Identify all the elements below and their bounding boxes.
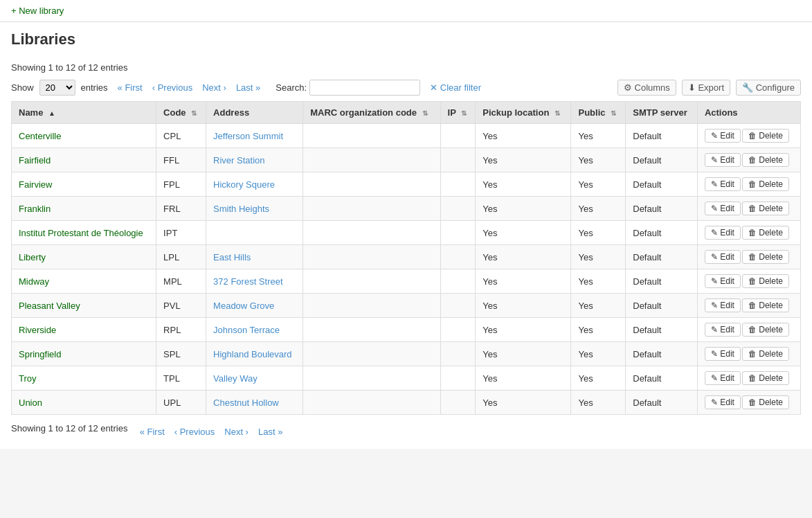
delete-button[interactable]: 🗑 Delete — [742, 226, 789, 240]
library-address-link[interactable]: Johnson Terrace — [213, 325, 280, 335]
col-public[interactable]: Public ⇅ — [571, 102, 626, 124]
library-address-link[interactable]: Smith Heights — [213, 204, 269, 214]
library-pickup: Yes — [476, 294, 571, 318]
library-code: CPL — [156, 124, 206, 148]
last-page-btn-bottom[interactable]: Last » — [254, 425, 287, 438]
delete-button[interactable]: 🗑 Delete — [742, 371, 789, 385]
col-pickup[interactable]: Pickup location ⇅ — [476, 102, 571, 124]
table-row: Pleasant ValleyPVLMeadow GroveYesYesDefa… — [12, 294, 801, 318]
library-code: LPL — [156, 245, 206, 269]
edit-button[interactable]: ✎ Edit — [705, 323, 741, 337]
edit-button[interactable]: ✎ Edit — [705, 250, 741, 264]
delete-button[interactable]: 🗑 Delete — [742, 177, 789, 191]
delete-button[interactable]: 🗑 Delete — [742, 323, 789, 337]
library-name-link[interactable]: Union — [19, 398, 42, 408]
delete-button[interactable]: 🗑 Delete — [742, 395, 789, 409]
library-name-link[interactable]: Institut Protestant de Théologie — [19, 228, 143, 238]
new-library-link[interactable]: + New library — [11, 6, 64, 16]
col-name[interactable]: Name ▲ — [12, 102, 156, 124]
col-smtp[interactable]: SMTP server — [626, 102, 698, 124]
library-smtp: Default — [626, 197, 698, 221]
first-page-btn-top[interactable]: « First — [114, 81, 147, 94]
clear-filter-btn[interactable]: ✕ Clear filter — [426, 81, 485, 94]
library-public: Yes — [571, 221, 626, 245]
library-ip — [440, 342, 476, 366]
library-code: IPT — [156, 221, 206, 245]
library-address-link[interactable]: East Hills — [213, 252, 251, 262]
configure-btn[interactable]: 🔧 Configure — [736, 80, 801, 96]
library-address-link[interactable]: Hickory Squere — [213, 179, 275, 190]
col-address[interactable]: Address — [206, 102, 303, 124]
edit-button[interactable]: ✎ Edit — [705, 298, 741, 312]
library-name-link[interactable]: Troy — [19, 373, 37, 384]
library-address-link[interactable]: Valley Way — [213, 373, 258, 384]
delete-button[interactable]: 🗑 Delete — [742, 274, 789, 288]
col-code[interactable]: Code ⇅ — [156, 102, 206, 124]
library-address-link[interactable]: Jefferson Summit — [213, 131, 283, 141]
library-name-link[interactable]: Franklin — [19, 204, 51, 214]
library-pickup: Yes — [476, 366, 571, 391]
library-name-link[interactable]: Fairfield — [19, 155, 51, 166]
library-code: SPL — [156, 342, 206, 366]
library-code: TPL — [156, 366, 206, 391]
next-page-btn-top[interactable]: Next › — [198, 81, 231, 94]
library-marc — [303, 318, 440, 342]
delete-button[interactable]: 🗑 Delete — [742, 250, 789, 264]
edit-button[interactable]: ✎ Edit — [705, 177, 741, 191]
top-bar: + New library — [0, 0, 812, 22]
edit-button[interactable]: ✎ Edit — [705, 395, 741, 409]
library-name-link[interactable]: Fairview — [19, 179, 52, 190]
previous-page-btn-bottom[interactable]: ‹ Previous — [170, 425, 219, 438]
library-ip — [440, 245, 476, 269]
library-name-link[interactable]: Springfield — [19, 349, 61, 359]
delete-button[interactable]: 🗑 Delete — [742, 298, 789, 312]
library-marc — [303, 366, 440, 391]
edit-button[interactable]: ✎ Edit — [705, 226, 741, 240]
library-name-link[interactable]: Midway — [19, 276, 49, 287]
library-address-link[interactable]: River Station — [213, 155, 264, 166]
library-name-link[interactable]: Riverside — [19, 325, 56, 335]
next-page-btn-bottom[interactable]: Next › — [220, 425, 253, 438]
library-address-link[interactable]: Highland Boulevard — [213, 349, 291, 359]
edit-button[interactable]: ✎ Edit — [705, 371, 741, 385]
edit-button[interactable]: ✎ Edit — [705, 274, 741, 288]
last-page-btn-top[interactable]: Last » — [232, 81, 264, 94]
library-address-link[interactable]: Chestnut Hollow — [213, 398, 279, 408]
export-btn[interactable]: ⬇ Export — [682, 80, 730, 96]
library-actions: ✎ Edit🗑 Delete — [697, 342, 800, 366]
search-input[interactable] — [309, 80, 420, 96]
library-pickup: Yes — [476, 221, 571, 245]
library-public: Yes — [571, 245, 626, 269]
library-smtp: Default — [626, 221, 698, 245]
library-smtp: Default — [626, 245, 698, 269]
library-actions: ✎ Edit🗑 Delete — [697, 124, 800, 148]
edit-button[interactable]: ✎ Edit — [705, 153, 741, 167]
delete-button[interactable]: 🗑 Delete — [742, 129, 789, 143]
library-marc — [303, 221, 440, 245]
first-page-btn-bottom[interactable]: « First — [136, 425, 169, 438]
delete-button[interactable]: 🗑 Delete — [742, 202, 789, 215]
libraries-table: Name ▲ Code ⇅ Address MARC organization … — [11, 101, 801, 415]
show-label: Show — [11, 82, 34, 93]
col-actions: Actions — [697, 102, 800, 124]
delete-button[interactable]: 🗑 Delete — [742, 153, 789, 167]
col-marc[interactable]: MARC organization code ⇅ — [303, 102, 440, 124]
library-address-link[interactable]: Meadow Grove — [213, 301, 274, 311]
library-address-link[interactable]: 372 Forest Street — [213, 276, 282, 287]
table-row: FairfieldFFLRiver StationYesYesDefault✎ … — [12, 148, 801, 172]
edit-button[interactable]: ✎ Edit — [705, 347, 741, 361]
edit-button[interactable]: ✎ Edit — [705, 129, 741, 143]
previous-page-btn-top[interactable]: ‹ Previous — [148, 81, 197, 94]
library-name-link[interactable]: Pleasant Valley — [19, 301, 80, 311]
library-actions: ✎ Edit🗑 Delete — [697, 245, 800, 269]
library-name-link[interactable]: Liberty — [19, 252, 46, 262]
col-ip[interactable]: IP ⇅ — [440, 102, 476, 124]
pagination-bottom: Showing 1 to 12 of 12 entries « First ‹ … — [11, 423, 801, 440]
library-name-link[interactable]: Centerville — [19, 131, 61, 141]
columns-btn[interactable]: ⚙ Columns — [617, 80, 676, 96]
edit-button[interactable]: ✎ Edit — [705, 202, 741, 215]
show-select[interactable]: 10 20 50 100 — [39, 80, 75, 96]
delete-button[interactable]: 🗑 Delete — [742, 347, 789, 361]
library-public: Yes — [571, 318, 626, 342]
library-actions: ✎ Edit🗑 Delete — [697, 318, 800, 342]
